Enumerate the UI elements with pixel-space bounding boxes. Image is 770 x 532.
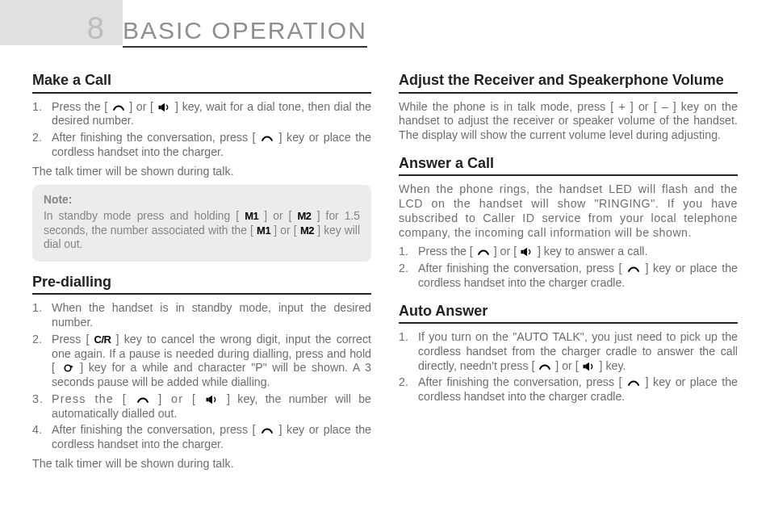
page-header: 8 BASIC OPERATION	[0, 11, 770, 48]
talk-key-icon	[626, 378, 641, 387]
m1-key-icon: M1	[245, 211, 258, 221]
talk-key-icon	[111, 103, 126, 112]
text: ] key to answer a call.	[534, 245, 647, 258]
list-item: After finishing the conversation, press …	[32, 131, 371, 160]
section-title-make-a-call: Make a Call	[32, 71, 371, 94]
talk-key-icon	[538, 362, 552, 371]
text: Press the [	[418, 245, 476, 258]
text: ] or [	[126, 100, 157, 113]
speaker-key-icon	[157, 103, 172, 112]
svg-rect-6	[521, 250, 524, 254]
section-title-answer-a-call: Answer a Call	[399, 154, 738, 177]
speaker-key-icon	[205, 395, 220, 404]
svg-marker-3	[70, 366, 73, 369]
speaker-key-icon	[520, 247, 534, 257]
list-item: After finishing the conversation, press …	[32, 423, 371, 452]
speaker-key-icon	[582, 362, 596, 371]
text: ] key.	[596, 359, 626, 372]
text: After finishing the conversation, press …	[52, 131, 260, 144]
m2-key-icon: M2	[300, 225, 314, 236]
content-columns: Make a Call Press the [ ] or [ ] key, wa…	[32, 71, 738, 524]
redial-key-icon	[61, 363, 75, 373]
section-title-adjust-volume: Adjust the Receiver and Speakerphone Vol…	[399, 71, 738, 94]
svg-marker-9	[585, 362, 589, 371]
paragraph: When the phone rings, the handset LED wi…	[399, 182, 738, 240]
text: ] or [	[150, 392, 205, 405]
page-number: 8	[0, 11, 123, 46]
svg-rect-8	[583, 364, 585, 368]
list-item: Press the [ ] or [ ] key, the number wil…	[32, 392, 371, 421]
text: ] or [	[258, 210, 297, 222]
auto-answer-steps: If you turn on the "AUTO TALK", you just…	[399, 330, 738, 404]
text: After finishing the conversation, press …	[418, 262, 626, 274]
talk-key-icon	[476, 247, 491, 257]
svg-marker-7	[524, 248, 528, 257]
note-box: Note: In standby mode press and holding …	[32, 185, 371, 262]
chapter-title: BASIC OPERATION	[123, 17, 367, 48]
section-title-auto-answer: Auto Answer	[399, 302, 738, 325]
text: Press the [	[52, 392, 136, 405]
svg-rect-0	[158, 105, 161, 109]
text: Press the [	[52, 100, 111, 113]
svg-rect-4	[206, 398, 208, 402]
list-item: Press the [ ] or [ ] key, wait for a dia…	[32, 100, 371, 129]
list-item: If you turn on the "AUTO TALK", you just…	[399, 330, 738, 373]
list-item: After finishing the conversation, press …	[399, 375, 738, 404]
paragraph: While the phone is in talk mode, press […	[399, 100, 738, 143]
text: ] or [	[552, 359, 581, 372]
m1-key-icon: M1	[257, 225, 270, 236]
svg-marker-1	[161, 103, 165, 111]
text: Press [	[52, 333, 94, 346]
list-item: After finishing the conversation, press …	[399, 262, 738, 291]
note-label: Note:	[44, 193, 360, 207]
talk-key-icon	[136, 395, 150, 404]
list-item: When the handset is in standby mode, inp…	[32, 301, 371, 330]
cancel-redial-key-icon: C/R	[94, 334, 111, 345]
text: After finishing the conversation, press …	[418, 375, 626, 388]
list-item: Press the [ ] or [ ] key to answer a cal…	[399, 245, 738, 259]
text: ] key for a while and character "P" will…	[52, 361, 371, 388]
pre-dialling-steps: When the handset is in standby mode, inp…	[32, 301, 371, 452]
section-title-pre-dialling: Pre-dialling	[32, 273, 371, 295]
answer-call-steps: Press the [ ] or [ ] key to answer a cal…	[399, 245, 738, 290]
paragraph: The talk timer will be shown during talk…	[32, 457, 371, 471]
talk-key-icon	[626, 264, 641, 274]
talk-key-icon	[260, 425, 274, 435]
text: ] or [	[491, 245, 520, 258]
svg-marker-5	[208, 396, 212, 404]
list-item: Press [ C/R ] key to cancel the wrong di…	[32, 333, 371, 390]
text: After finishing the conversation, press …	[52, 423, 260, 436]
svg-point-2	[65, 366, 71, 372]
make-a-call-steps: Press the [ ] or [ ] key, wait for a dia…	[32, 100, 371, 160]
m2-key-icon: M2	[298, 211, 312, 221]
talk-key-icon	[260, 133, 274, 143]
paragraph: The talk timer will be shown during talk…	[32, 165, 371, 179]
text: ] or [	[270, 224, 300, 237]
text: In standby mode press and holding [	[44, 210, 245, 222]
